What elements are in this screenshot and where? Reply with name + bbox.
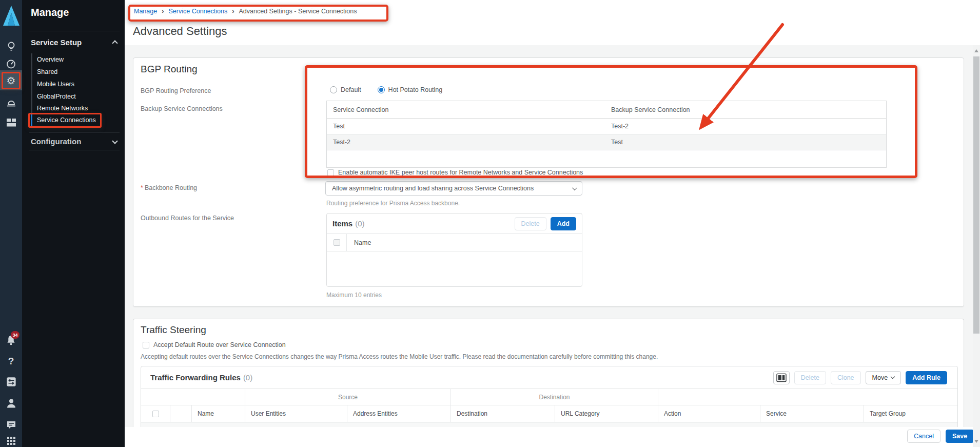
items-count: (0): [355, 219, 364, 228]
chevron-down-icon: [891, 375, 895, 379]
sidebar-item-service-connections[interactable]: Service Connections: [37, 114, 119, 126]
chevron-down-icon: [572, 185, 577, 190]
items-delete-button[interactable]: Delete: [515, 217, 546, 230]
bgp-routing-card: BGP Routing BGP Routing Preference Backu…: [133, 57, 964, 307]
divider: [29, 150, 120, 150]
group-destination: Destination: [451, 389, 658, 405]
radio-default-label: Default: [341, 86, 361, 93]
active-item-indicator: [31, 114, 32, 127]
settings-button[interactable]: ⚙: [0, 72, 22, 89]
cancel-button[interactable]: Cancel: [907, 430, 940, 443]
chevron-up-icon[interactable]: [112, 40, 117, 46]
radio-hot-potato[interactable]: [378, 86, 385, 93]
items-select-all-cell: [327, 234, 347, 251]
workflows-button[interactable]: [0, 114, 22, 131]
group-blank: [141, 389, 245, 405]
col-header-service-connection[interactable]: Service Connection: [327, 106, 605, 113]
col-header-destination[interactable]: Destination: [451, 405, 555, 422]
rules-clone-button[interactable]: Clone: [831, 371, 861, 384]
ike-checkbox-row: Enable automatic IKE peer host routes fo…: [327, 169, 583, 176]
breadcrumb-manage[interactable]: Manage: [134, 8, 157, 15]
gauge-icon: [6, 59, 16, 69]
breadcrumb-separator-icon: ›: [232, 7, 234, 15]
accept-route-checkbox-row: Accept Default Route over Service Connec…: [143, 341, 286, 348]
ike-checkbox[interactable]: [327, 169, 334, 176]
rules-column-header-row: Name User Entities Address Entities Dest…: [141, 405, 957, 422]
col-header-address-entities[interactable]: Address Entities: [347, 405, 451, 422]
sidebar-item-shared[interactable]: Shared: [37, 66, 119, 78]
column-picker-button[interactable]: [773, 371, 790, 384]
feedback-button[interactable]: [0, 416, 22, 434]
cell-service: Test-2: [327, 139, 605, 146]
insights-button[interactable]: [0, 37, 22, 55]
select-all-checkbox[interactable]: [334, 239, 340, 246]
breadcrumb-separator-icon: ›: [162, 7, 164, 15]
chat-icon: [6, 420, 16, 430]
items-panel-header: Items (0) Delete Add: [327, 213, 582, 234]
cell-service: Test: [327, 123, 605, 130]
user-button[interactable]: [0, 395, 22, 412]
divider: [29, 132, 120, 133]
dashboard-button[interactable]: [0, 55, 22, 73]
scrollbar-thumb[interactable]: [973, 56, 979, 334]
footer-bar: [125, 427, 980, 447]
outbound-routes-label: Outbound Routes for the Service: [141, 215, 234, 222]
table-row[interactable]: Test Test-2: [327, 119, 886, 134]
sidebar-item-globalprotect[interactable]: GlobalProtect: [37, 90, 119, 103]
nav-section-service-setup[interactable]: Service Setup: [31, 38, 82, 47]
group-blank: [658, 389, 957, 405]
app-switcher-button[interactable]: [0, 432, 22, 447]
radio-default[interactable]: [330, 86, 337, 93]
siren-icon: [6, 98, 16, 107]
columns-icon: [776, 373, 787, 382]
sidebar-item-overview[interactable]: Overview: [37, 53, 119, 66]
gear-icon: ⚙: [7, 75, 16, 86]
rules-delete-button[interactable]: Delete: [794, 371, 826, 384]
page-title: Advanced Settings: [133, 25, 227, 38]
items-panel: Items (0) Delete Add Name: [326, 213, 582, 287]
col-header-action[interactable]: Action: [658, 405, 760, 422]
radio-group-bgp-preference: Default Hot Potato Routing: [330, 86, 442, 93]
table-row[interactable]: Test-2 Test: [327, 134, 886, 150]
lightbulb-icon: [6, 41, 16, 51]
prisma-logo[interactable]: [0, 4, 22, 28]
col-header-user-entities[interactable]: User Entities: [245, 405, 347, 422]
backup-connections-label: Backup Service Connections: [141, 105, 223, 112]
notification-count-badge: 34: [11, 331, 19, 339]
accept-route-checkbox[interactable]: [143, 342, 149, 348]
divider: [29, 31, 120, 31]
col-header-target-group[interactable]: Target Group: [864, 405, 957, 422]
breadcrumb-service-connections[interactable]: Service Connections: [169, 8, 228, 15]
items-name-header[interactable]: Name: [347, 239, 371, 246]
add-rule-button[interactable]: Add Rule: [906, 371, 947, 384]
backbone-routing-select[interactable]: Allow asymmetric routing and load sharin…: [325, 181, 582, 196]
sidebar-item-mobile-users[interactable]: Mobile Users: [37, 78, 119, 90]
cell-backup: Test-2: [605, 123, 886, 130]
rules-move-button[interactable]: Move: [866, 371, 901, 384]
rules-panel-header: Traffic Forwarding Rules (0) Delete Clon…: [141, 366, 957, 389]
alerts-button[interactable]: [0, 93, 22, 111]
scroll-up-button[interactable]: [974, 49, 978, 52]
sidebar-item-remote-networks[interactable]: Remote Networks: [37, 102, 119, 114]
col-header-url-category[interactable]: URL Category: [555, 405, 658, 422]
waffle-grid-icon: [7, 436, 16, 445]
table-header-row: Service Connection Backup Service Connec…: [327, 101, 886, 119]
help-button[interactable]: ?: [0, 353, 22, 370]
traffic-section-title: Traffic Steering: [141, 324, 206, 336]
person-icon: [6, 398, 16, 409]
chevron-down-icon[interactable]: [112, 138, 117, 144]
scroll-down-button[interactable]: [974, 440, 978, 443]
col-header-backup-service-connection[interactable]: Backup Service Connection: [605, 106, 886, 113]
col-header-service[interactable]: Service: [760, 405, 864, 422]
col-header-blank: [170, 405, 192, 422]
col-header-name[interactable]: Name: [192, 405, 245, 422]
preferences-button[interactable]: [0, 373, 22, 391]
select-all-checkbox[interactable]: [152, 411, 159, 417]
backbone-routing-label-text: Backbone Routing: [145, 184, 197, 191]
vertical-scrollbar[interactable]: [973, 45, 980, 447]
rules-select-all-cell: [141, 405, 170, 422]
items-add-button[interactable]: Add: [551, 217, 576, 230]
nav-section-configuration[interactable]: Configuration: [31, 137, 81, 146]
save-button[interactable]: Save: [946, 430, 974, 443]
app-window: ⚙ ?: [0, 0, 980, 447]
